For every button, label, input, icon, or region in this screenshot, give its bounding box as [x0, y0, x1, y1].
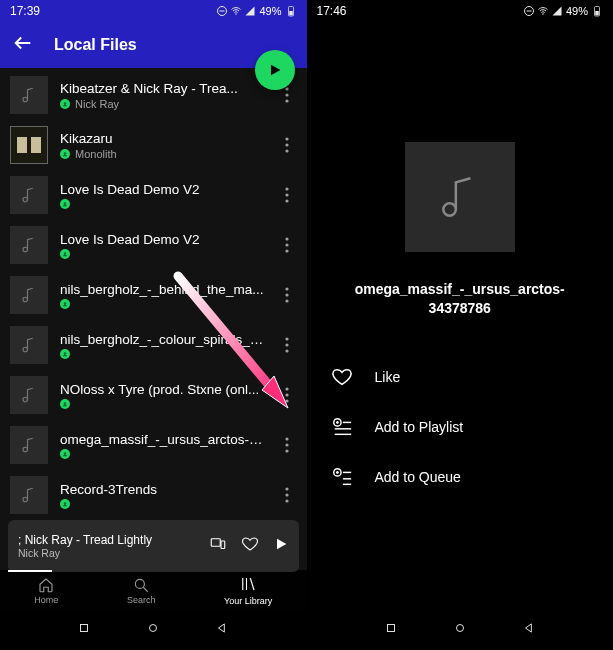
back-button-sys[interactable]: [215, 621, 229, 639]
page-title: Local Files: [54, 36, 137, 54]
svg-point-11: [285, 187, 288, 190]
more-vertical-icon: [285, 287, 289, 303]
track-subtitle: Nick Ray: [60, 98, 265, 110]
more-vertical-icon: [285, 487, 289, 503]
status-icons: 49%: [216, 5, 296, 17]
battery-icon: [285, 5, 297, 17]
svg-point-20: [285, 337, 288, 340]
progress-bar[interactable]: [8, 570, 52, 572]
status-bar: 17:46 49%: [307, 0, 614, 22]
now-playing-title: ; Nick Ray - Tread Lightly: [18, 533, 199, 547]
tab-label: Home: [34, 595, 58, 605]
home-icon: [37, 576, 55, 594]
connect-device-button[interactable]: [209, 535, 227, 557]
svg-point-12: [285, 193, 288, 196]
svg-point-29: [285, 487, 288, 490]
back-button[interactable]: [12, 32, 34, 58]
svg-point-5: [285, 87, 288, 90]
menu-add-queue[interactable]: Add to Queue: [307, 452, 614, 502]
track-row[interactable]: NOloss x Tyre (prod. Stxne (onl...: [0, 370, 307, 420]
track-thumb: [10, 76, 48, 114]
home-button[interactable]: [453, 621, 467, 639]
more-button[interactable]: [277, 237, 297, 253]
more-vertical-icon: [285, 237, 289, 253]
context-menu: Like Add to Playlist Add to Queue: [307, 352, 614, 502]
signal-icon: [244, 5, 256, 17]
track-title: Kikazaru: [60, 131, 265, 146]
dnd-icon: [523, 5, 535, 17]
track-artwork: [405, 142, 515, 252]
svg-point-8: [285, 137, 288, 140]
battery-pct: 49%: [566, 5, 588, 17]
svg-rect-44: [81, 625, 88, 632]
svg-point-25: [285, 399, 288, 402]
recents-button[interactable]: [77, 621, 91, 639]
svg-point-40: [136, 579, 145, 588]
play-icon: [273, 536, 289, 552]
track-title: Love Is Dead Demo V2: [60, 232, 265, 247]
menu-like[interactable]: Like: [307, 352, 614, 402]
recents-button[interactable]: [384, 621, 398, 639]
svg-point-27: [285, 443, 288, 446]
track-subtitle: [60, 449, 265, 459]
more-button[interactable]: [277, 387, 297, 403]
tab-library[interactable]: Your Library: [224, 575, 272, 606]
menu-label: Add to Playlist: [375, 419, 464, 435]
track-row[interactable]: KikazaruMonolith: [0, 120, 307, 170]
track-thumb: [10, 476, 48, 514]
track-row[interactable]: nils_bergholz_-_colour_spirals_p...: [0, 320, 307, 370]
more-button[interactable]: [277, 337, 297, 353]
svg-point-22: [285, 349, 288, 352]
status-bar: 17:39 49%: [0, 0, 307, 22]
more-button[interactable]: [277, 137, 297, 153]
svg-rect-39: [221, 541, 225, 549]
track-thumb: [10, 426, 48, 464]
like-button[interactable]: [241, 535, 259, 557]
heart-icon: [241, 535, 259, 553]
status-icons: 49%: [523, 5, 603, 17]
more-vertical-icon: [285, 437, 289, 453]
wifi-icon: [537, 5, 549, 17]
menu-add-playlist[interactable]: Add to Playlist: [307, 402, 614, 452]
menu-label: Add to Queue: [375, 469, 461, 485]
arrow-left-icon: [12, 32, 34, 54]
track-row[interactable]: Love Is Dead Demo V2: [0, 170, 307, 220]
back-button-sys[interactable]: [522, 621, 536, 639]
tab-label: Search: [127, 595, 156, 605]
svg-point-17: [285, 287, 288, 290]
track-row[interactable]: nils_bergholz_-_behind_the_ma...: [0, 270, 307, 320]
system-nav: [0, 610, 307, 650]
more-button[interactable]: [277, 487, 297, 503]
track-row[interactable]: omega_massif_-_ursus_arctos-3...: [0, 420, 307, 470]
dnd-icon: [216, 5, 228, 17]
track-thumb: [10, 126, 48, 164]
track-title: omega_massif_-_ursus_arctos-3...: [60, 432, 265, 447]
svg-point-18: [285, 293, 288, 296]
track-title: Record-3Trends: [60, 482, 265, 497]
menu-label: Like: [375, 369, 401, 385]
track-thumb: [10, 376, 48, 414]
triangle-left-icon: [215, 621, 229, 635]
home-button[interactable]: [146, 621, 160, 639]
svg-point-6: [285, 93, 288, 96]
track-title: Kibeatzer & Nick Ray - Trea...: [60, 81, 265, 96]
heart-icon: [331, 366, 353, 388]
now-playing-bar[interactable]: ; Nick Ray - Tread Lightly Nick Ray: [8, 520, 299, 572]
track-row[interactable]: Record-3Trends: [0, 470, 307, 520]
more-button[interactable]: [277, 437, 297, 453]
track-thumb: [10, 326, 48, 364]
play-all-button[interactable]: [255, 50, 295, 90]
play-button[interactable]: [273, 536, 289, 556]
track-row[interactable]: Love Is Dead Demo V2: [0, 220, 307, 270]
status-time: 17:46: [317, 4, 347, 18]
music-note-icon: [435, 172, 485, 222]
bottom-nav: Home Search Your Library: [0, 570, 307, 610]
svg-rect-38: [211, 539, 220, 547]
svg-point-19: [285, 299, 288, 302]
tab-home[interactable]: Home: [34, 576, 58, 605]
more-button[interactable]: [277, 187, 297, 203]
tab-search[interactable]: Search: [127, 576, 156, 605]
more-button[interactable]: [277, 287, 297, 303]
battery-icon: [591, 5, 603, 17]
svg-rect-63: [387, 625, 394, 632]
